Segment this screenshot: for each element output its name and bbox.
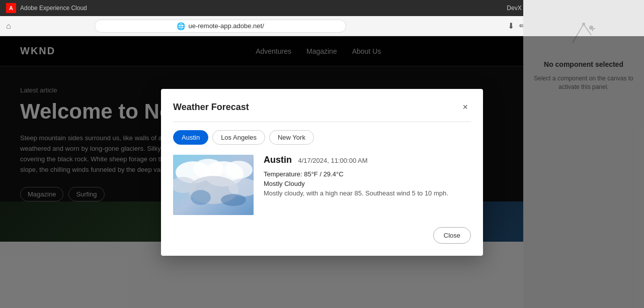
svg-point-4 [224,161,253,179]
weather-info: Austin 4/17/2024, 11:00:00 AM Temperatur… [264,155,471,197]
website-area: WKND Adventures Magazine About Us Sign i… [0,36,644,308]
download-icon[interactable]: ⬇ [508,21,514,31]
url-text: ue-remote-app.adobe.net/ [188,22,264,30]
svg-point-12 [582,23,585,26]
svg-line-11 [584,24,591,35]
globe-icon: 🌐 [177,22,185,30]
weather-city: Austin [264,155,292,165]
svg-point-8 [191,190,211,205]
modal-overlay: Weather Forecast × Austin Los Angeles Ne… [0,36,644,308]
modal-footer: Close [173,227,471,244]
weather-condition: Mostly Cloudy [264,180,471,187]
weather-datetime: 4/17/2024, 11:00:00 AM [298,157,367,164]
weather-image [173,155,254,215]
weather-description: Mostly cloudy, with a high near 85. Sout… [264,189,471,197]
home-icon[interactable]: ⌂ [6,22,11,31]
weather-modal: Weather Forecast × Austin Los Angeles Ne… [161,89,483,256]
main-layout: WKND Adventures Magazine About Us Sign i… [0,36,644,308]
adobe-logo-icon: A [6,3,16,13]
close-button[interactable]: Close [433,227,471,244]
modal-title: Weather Forecast [173,102,249,113]
svg-point-9 [221,194,246,206]
weather-temperature: Temperature: 85°F / 29.4°C [264,170,471,178]
weather-tabs: Austin Los Angeles New York [173,130,471,145]
weather-content: Austin 4/17/2024, 11:00:00 AM Temperatur… [173,155,471,215]
adobe-app-name: Adobe Experience Cloud [20,5,87,12]
weather-city-datetime: Austin 4/17/2024, 11:00:00 AM [264,155,471,165]
tab-new-york[interactable]: New York [269,130,314,145]
tab-los-angeles[interactable]: Los Angeles [212,130,265,145]
url-bar[interactable]: 🌐 ue-remote-app.adobe.net/ [95,20,346,33]
modal-close-button[interactable]: × [459,101,471,114]
adobe-bar-left: A Adobe Experience Cloud [6,3,87,13]
tab-austin[interactable]: Austin [173,130,208,145]
modal-header: Weather Forecast × [173,101,471,122]
